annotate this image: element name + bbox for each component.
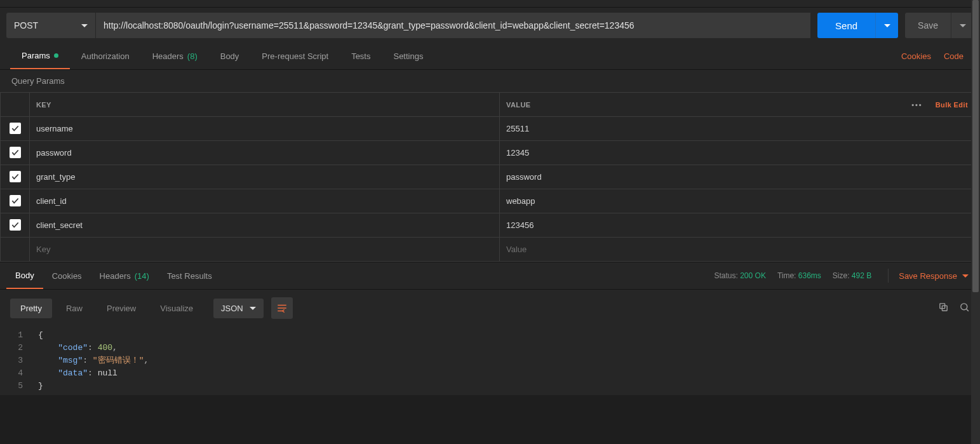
table-row[interactable]: client_idwebapp (1, 189, 980, 213)
row-checkbox[interactable] (10, 147, 21, 158)
table-row[interactable]: client_secret123456 (1, 213, 980, 238)
response-body-code[interactable]: 1{ 2 "code": 400, 3 "msg": "密码错误！", 4 "d… (0, 326, 980, 395)
param-value[interactable]: webapp (500, 189, 980, 213)
tab-prerequest[interactable]: Pre-request Script (250, 43, 340, 69)
more-options-icon[interactable]: ••• (911, 101, 923, 109)
svg-point-4 (961, 304, 967, 310)
search-icon[interactable] (959, 302, 970, 314)
table-row-new[interactable]: KeyValue (1, 238, 980, 262)
response-headers-count: (14) (135, 271, 149, 281)
request-bar: POST Send Save (0, 8, 980, 43)
copy-icon[interactable] (938, 302, 949, 314)
key-column-header: KEY (30, 93, 500, 117)
response-time: Time: 636ms (777, 271, 821, 280)
save-button[interactable]: Save (905, 13, 951, 38)
param-key[interactable]: client_id (30, 189, 500, 213)
active-indicator-icon (54, 53, 58, 58)
tab-authorization[interactable]: Authorization (70, 43, 141, 69)
save-response-button[interactable]: Save Response (894, 271, 974, 281)
response-body-toolbar: Pretty Raw Preview Visualize JSON (0, 290, 980, 326)
line-wrap-button[interactable] (271, 297, 293, 319)
cookies-link[interactable]: Cookies (895, 51, 937, 61)
query-params-table: KEY VALUE ••• Bulk Edit username25511pas… (0, 92, 980, 262)
url-input[interactable] (96, 13, 810, 38)
response-tab-tests[interactable]: Test Results (158, 262, 221, 289)
param-value[interactable]: 12345 (500, 141, 980, 165)
row-checkbox[interactable] (10, 123, 21, 134)
scrollbar[interactable] (971, 0, 980, 444)
send-button[interactable]: Send (817, 13, 875, 38)
tab-headers[interactable]: Headers (8) (141, 43, 209, 69)
code-link[interactable]: Code (937, 51, 970, 61)
tab-label: Params (22, 51, 50, 60)
tab-tests[interactable]: Tests (340, 43, 382, 69)
chevron-down-icon (960, 24, 966, 27)
response-status: Status: 200 OK (714, 271, 765, 280)
tab-label: Headers (100, 271, 131, 281)
response-tabs: Body Cookies Headers (14) Test Results S… (0, 262, 980, 290)
param-key[interactable]: username (30, 117, 500, 141)
chevron-down-icon (250, 307, 256, 310)
chevron-down-icon (962, 274, 969, 278)
send-dropdown-button[interactable] (875, 13, 898, 38)
param-value-placeholder[interactable]: Value (500, 238, 980, 262)
param-key[interactable]: grant_type (30, 165, 500, 189)
response-size: Size: 492 B (833, 271, 871, 280)
checkbox-column-header (1, 93, 30, 117)
request-tabs: Params Authorization Headers (8) Body Pr… (0, 43, 980, 70)
view-preview[interactable]: Preview (97, 299, 146, 318)
tab-body[interactable]: Body (209, 43, 251, 69)
row-checkbox[interactable] (10, 195, 21, 206)
http-method-label: POST (14, 20, 38, 30)
response-tab-body[interactable]: Body (6, 262, 43, 289)
tab-label: Headers (152, 51, 184, 61)
view-pretty[interactable]: Pretty (10, 299, 52, 318)
chevron-down-icon (81, 24, 88, 27)
param-key-placeholder[interactable]: Key (30, 238, 500, 262)
response-tab-cookies[interactable]: Cookies (43, 262, 91, 289)
table-row[interactable]: grant_typepassword (1, 165, 980, 189)
param-value[interactable]: 123456 (500, 213, 980, 238)
query-params-title: Query Params (0, 70, 980, 92)
headers-count: (8) (187, 51, 198, 61)
view-raw[interactable]: Raw (56, 299, 93, 318)
tab-settings[interactable]: Settings (382, 43, 434, 69)
param-key[interactable]: password (30, 141, 500, 165)
row-checkbox[interactable] (10, 219, 21, 231)
param-value[interactable]: 25511 (500, 117, 980, 141)
response-tab-headers[interactable]: Headers (14) (91, 262, 158, 289)
table-row[interactable]: password12345 (1, 141, 980, 165)
table-row[interactable]: username25511 (1, 117, 980, 141)
svg-line-5 (967, 309, 969, 311)
tab-params[interactable]: Params (10, 43, 70, 69)
chevron-down-icon (884, 24, 890, 27)
body-format-select[interactable]: JSON (213, 299, 264, 318)
row-checkbox[interactable] (10, 171, 21, 182)
param-key[interactable]: client_secret (30, 213, 500, 238)
bulk-edit-link[interactable]: Bulk Edit (936, 101, 968, 109)
value-column-header: VALUE ••• Bulk Edit (500, 93, 980, 117)
save-dropdown-button[interactable] (951, 13, 974, 38)
http-method-select[interactable]: POST (6, 13, 95, 38)
param-value[interactable]: password (500, 165, 980, 189)
view-visualize[interactable]: Visualize (150, 299, 203, 318)
